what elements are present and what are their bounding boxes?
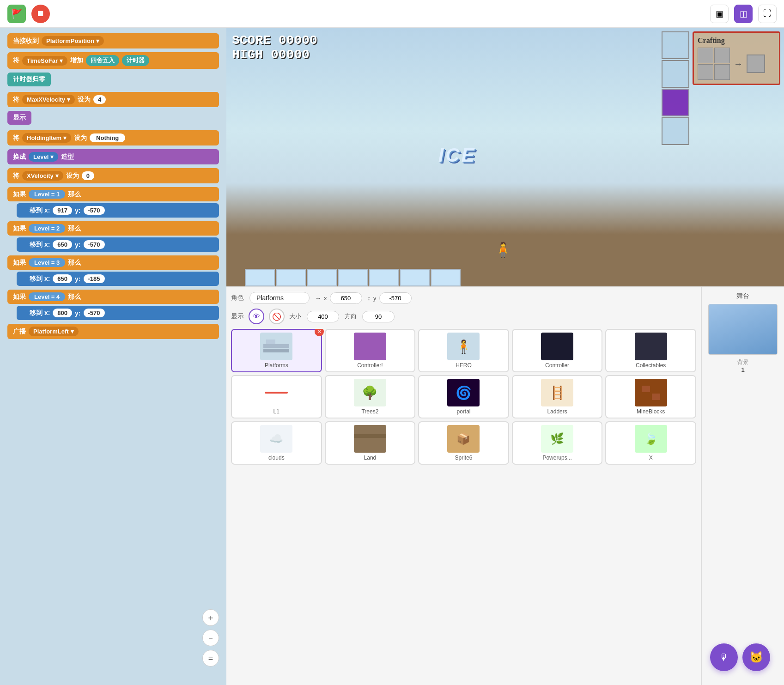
land-thumb — [354, 425, 386, 453]
if1-condition[interactable]: 如果 Level = 1 那么 — [7, 187, 219, 201]
add-time-block[interactable]: 将 TimeSoFar 增加 四舍五入 计时器 — [7, 52, 219, 69]
eye-icon: 👁 — [253, 312, 260, 321]
sprite-item-mineblocks[interactable]: MineBlocks — [605, 375, 696, 418]
receive-block[interactable]: 当接收到 PlatformPosition — [7, 33, 219, 48]
zoom-in-button[interactable]: ＋ — [202, 609, 219, 626]
nothing-value: Nothing — [90, 133, 125, 142]
timesoFar-dropdown[interactable]: TimeSoFar — [22, 56, 67, 66]
sprite-item-hero[interactable]: 🧍 HERO — [418, 329, 509, 372]
show-button[interactable]: 👁 — [249, 309, 264, 324]
move-label1: 移到 x: — [30, 206, 50, 215]
flag-button[interactable]: 🚩 — [7, 5, 26, 23]
zoom-controls: ＋ － = — [202, 609, 219, 667]
speak-fab-button[interactable]: 🎙 — [710, 643, 738, 671]
fullscreen-button[interactable]: ⛶ — [758, 5, 777, 23]
set-holding-block[interactable]: 将 HoldingItem 设为 Nothing — [7, 130, 219, 145]
move-label3y: y: — [75, 275, 80, 283]
move2-block[interactable]: 移到 x: 650 y: -570 — [17, 237, 219, 252]
xvelocity-dropdown[interactable]: XVelocity — [22, 171, 63, 181]
block-add-time: 将 TimeSoFar 增加 四舍五入 计时器 — [7, 52, 219, 69]
set-xvel-block[interactable]: 将 XVelocity 设为 0 — [7, 168, 219, 183]
sprite-name-input[interactable] — [249, 292, 310, 304]
sprite-item-land[interactable]: Land — [325, 421, 416, 465]
sprite-item-l1[interactable]: L1 — [231, 375, 322, 418]
delete-platforms-button[interactable]: ✕ — [315, 329, 324, 336]
if2-condition[interactable]: 如果 Level = 2 那么 — [7, 221, 219, 236]
set-label3: 设为 — [78, 96, 91, 104]
if-label2: 如果 — [13, 224, 26, 233]
svg-rect-4 — [652, 386, 660, 392]
move1-y: -570 — [84, 206, 105, 215]
maxxvelocity-dropdown[interactable]: MaxXVelocity — [22, 95, 75, 104]
sprite-item-controller-bang[interactable]: Controller! — [325, 329, 416, 372]
set-label7: 设为 — [66, 172, 79, 180]
size-input[interactable] — [307, 311, 339, 322]
move3-block[interactable]: 移到 x: 650 y: -185 — [17, 272, 219, 286]
level-dropdown[interactable]: Level — [29, 152, 58, 162]
if-block-3: 如果 Level = 3 那么 移到 x: 650 y: -185 — [7, 255, 219, 286]
ice-title: ICE — [438, 144, 476, 166]
max-value: 4 — [93, 95, 106, 104]
move4-x: 800 — [53, 309, 72, 317]
stage-thumbnail[interactable] — [708, 304, 778, 355]
sprite-header: 角色 ↔ x ↕ y — [231, 292, 696, 304]
show-label: 显示 — [13, 114, 26, 122]
zoom-out-button[interactable]: － — [202, 630, 219, 646]
sprite-item-portal[interactable]: 🌀 portal — [418, 375, 509, 418]
costume-block[interactable]: 换成 Level 造型 — [7, 149, 219, 164]
level-eq4: Level = 4 — [29, 292, 65, 301]
craft-result — [747, 55, 765, 73]
clouds-thumb: ☁️ — [260, 425, 292, 453]
sprite-item-ladders[interactable]: 🪜 Ladders — [512, 375, 603, 418]
stage-panel: 舞台 背景 1 — [701, 287, 784, 685]
hide-button[interactable]: 🚫 — [269, 309, 285, 324]
sprite-item-clouds[interactable]: ☁️ clouds — [231, 421, 322, 465]
sprite-item-collectables[interactable]: Collectables — [605, 329, 696, 372]
sprite-item-platforms[interactable]: ✕ Platforms — [231, 329, 322, 372]
stop-button[interactable]: ⏹ — [31, 5, 50, 23]
move3-y: -185 — [84, 274, 105, 283]
sprite-item-x[interactable]: 🍃 X — [605, 421, 696, 465]
platformposition-dropdown[interactable]: PlatformPosition — [42, 36, 104, 46]
controller-thumb — [541, 333, 573, 360]
show-block[interactable]: 显示 — [7, 111, 31, 125]
x-input[interactable] — [330, 292, 362, 304]
hero-name: HERO — [456, 362, 472, 369]
move-label2: 移到 x: — [30, 241, 50, 249]
high-line: HIGH 00000 — [232, 48, 317, 62]
level-eq3: Level = 3 — [29, 258, 65, 267]
if-block-4: 如果 Level = 4 那么 移到 x: 800 y: -570 — [7, 290, 219, 320]
move4-block[interactable]: 移到 x: 800 y: -570 — [17, 306, 219, 320]
layout1-button[interactable]: ▣ — [710, 5, 729, 23]
zoom-fit-button[interactable]: = — [202, 650, 219, 667]
set-max-block[interactable]: 将 MaxXVelocity 设为 4 — [7, 92, 219, 107]
change-costume-label: 换成 — [13, 153, 26, 161]
hero-thumb: 🧍 — [447, 333, 480, 360]
reset-timer-block[interactable]: 计时器归零 — [7, 73, 51, 86]
y-input[interactable] — [379, 292, 412, 304]
sprite-item-powerups[interactable]: 🌿 Powerups... — [512, 421, 603, 465]
holdingitem-dropdown[interactable]: HoldingItem — [22, 133, 71, 143]
layout2-button[interactable]: ◫ — [734, 5, 753, 23]
costume-suffix: 造型 — [61, 153, 74, 161]
timer-pill: 计时器 — [122, 55, 149, 66]
plat4 — [338, 269, 368, 286]
svg-rect-7 — [354, 436, 386, 450]
move1-block[interactable]: 移到 x: 917 y: -570 — [17, 203, 219, 218]
powerups-name: Powerups... — [542, 455, 571, 461]
sprite-item-trees2[interactable]: 🌳 Trees2 — [325, 375, 416, 418]
set-label: 将 — [13, 56, 19, 65]
x-thumb: 🍃 — [635, 425, 667, 453]
coord-y-field: ↕ y — [368, 292, 412, 304]
if4-condition[interactable]: 如果 Level = 4 那么 — [7, 290, 219, 304]
sprite-item-sprite6[interactable]: 📦 Sprite6 — [418, 421, 509, 465]
then-label2: 那么 — [68, 224, 81, 233]
platformleft-dropdown[interactable]: PlatformLeft — [29, 327, 79, 336]
cat-fab-button[interactable]: 🐱 — [742, 643, 770, 671]
if3-condition[interactable]: 如果 Level = 3 那么 — [7, 255, 219, 270]
broadcast-block[interactable]: 广播 PlatformLeft — [7, 324, 219, 339]
arrow-y-icon: ↕ — [368, 295, 371, 302]
side-item-1 — [662, 31, 689, 59]
direction-input[interactable] — [362, 311, 395, 322]
sprite-item-controller[interactable]: Controller — [512, 329, 603, 372]
